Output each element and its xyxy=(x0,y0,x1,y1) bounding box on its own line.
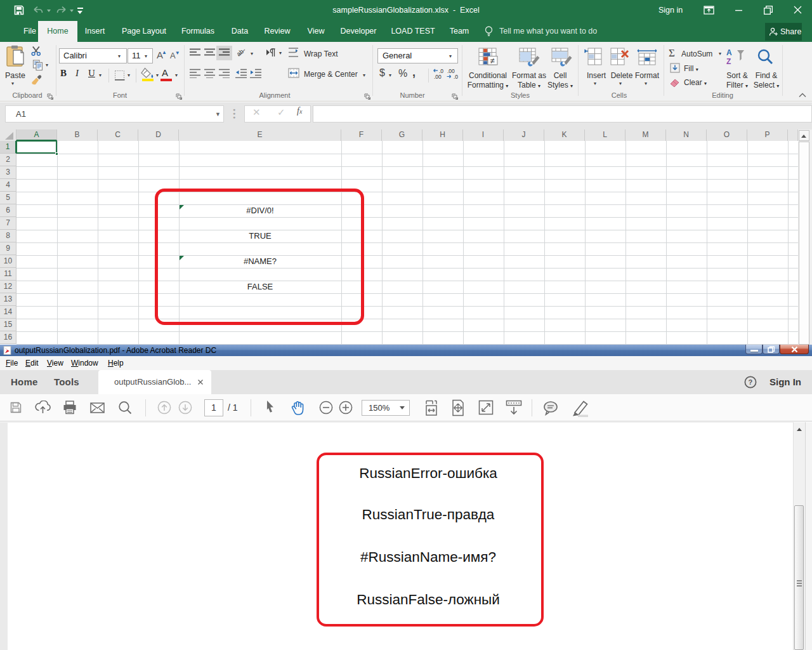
svg-text:≠: ≠ xyxy=(490,56,495,65)
svg-text:.00: .00 xyxy=(434,74,442,79)
svg-text:A: A xyxy=(726,48,732,57)
svg-text:Z: Z xyxy=(726,57,731,66)
svg-text:ab: ab xyxy=(237,48,245,58)
svg-text:.0: .0 xyxy=(454,74,458,79)
svg-text:?: ? xyxy=(749,378,753,386)
